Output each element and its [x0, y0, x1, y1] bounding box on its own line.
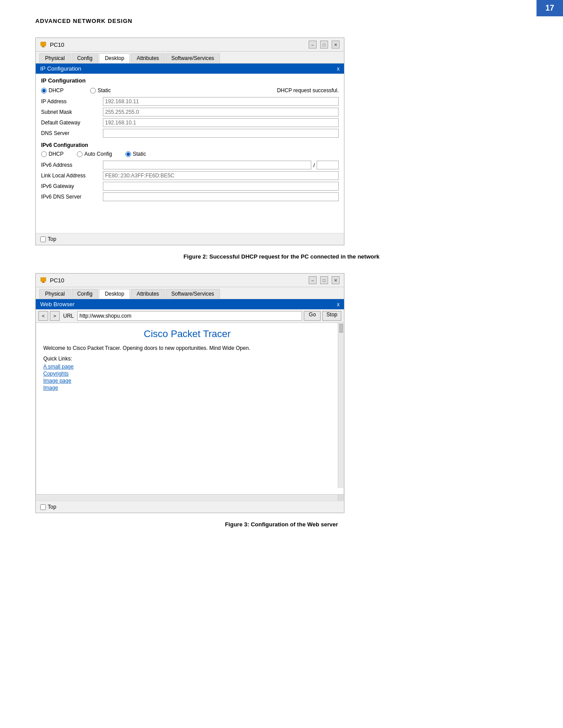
stop-button[interactable]: Stop — [322, 311, 341, 321]
ipv6-gateway-row: IPv6 Gateway — [41, 182, 339, 191]
window-title-left-1: PC10 — [40, 41, 64, 48]
static-label: Static — [98, 87, 111, 94]
ipv6-radio-row: DHCP Auto Config Static — [41, 151, 339, 157]
minimize-button-1[interactable]: – — [309, 41, 317, 49]
window-title-text-2: PC10 — [50, 277, 64, 284]
window-body-2: Web Browser x < > URL Go Stop Cisco Pack… — [36, 299, 344, 513]
url-input[interactable] — [77, 311, 302, 321]
close-button-1[interactable]: ✕ — [332, 41, 340, 49]
link-local-label: Link Local Address — [41, 173, 103, 179]
ipv6-static-item[interactable]: Static — [125, 151, 146, 157]
svg-rect-0 — [41, 42, 46, 46]
page-number: 17 — [537, 0, 563, 16]
top-checkbox-row-1: Top — [36, 233, 344, 245]
ipv6-static-radio[interactable] — [125, 151, 131, 157]
tab-desktop-1[interactable]: Desktop — [99, 53, 130, 63]
svg-rect-4 — [42, 281, 44, 282]
subnet-mask-label: Subnet Mask — [41, 109, 103, 115]
section-close-2[interactable]: x — [337, 301, 340, 308]
browser-toolbar: < > URL Go Stop — [36, 309, 344, 323]
ipv6-autoconfig-label: Auto Config — [84, 151, 112, 157]
ipv6-autoconfig-radio[interactable] — [77, 151, 83, 157]
forward-button[interactable]: > — [50, 311, 60, 321]
ipv6-address-input[interactable] — [103, 161, 311, 169]
ipv6-dhcp-radio[interactable] — [41, 151, 47, 157]
subnet-mask-input[interactable] — [103, 108, 339, 116]
svg-rect-5 — [42, 282, 45, 283]
ipv6-dns-label: IPv6 DNS Server — [41, 194, 103, 200]
dhcp-status: DHCP request successful. — [277, 87, 339, 94]
tab-physical-2[interactable]: Physical — [39, 289, 71, 299]
static-radio[interactable] — [90, 88, 96, 94]
link-local-row: Link Local Address — [41, 171, 339, 180]
ip-config-title: IP Configuration — [41, 77, 339, 84]
svg-rect-1 — [42, 46, 44, 47]
dns-server-input[interactable] — [103, 129, 339, 138]
dhcp-radio-item[interactable]: DHCP — [41, 87, 64, 94]
minimize-button-2[interactable]: – — [309, 276, 317, 284]
top-label-2: Top — [48, 504, 56, 510]
tab-software-1[interactable]: Software/Services — [166, 53, 220, 63]
default-gateway-label: Default Gateway — [41, 120, 103, 126]
browser-content-wrapper: Cisco Packet Tracer Welcome to Cisco Pac… — [36, 323, 344, 494]
window-titlebar-2: PC10 – □ ✕ — [36, 274, 344, 287]
vertical-scrollbar[interactable] — [338, 323, 344, 488]
default-gateway-input[interactable] — [103, 118, 339, 127]
ipv6-address-label: IPv6 Address — [41, 162, 103, 168]
browser-empty-space — [43, 392, 331, 489]
tab-config-2[interactable]: Config — [72, 289, 98, 299]
quick-link-1[interactable]: Copyrights — [43, 371, 331, 377]
top-checkbox-row-2: Top — [36, 501, 344, 513]
window-controls-1: – □ ✕ — [309, 41, 340, 49]
ipv6-dhcp-item[interactable]: DHCP — [41, 151, 64, 157]
tab-attributes-2[interactable]: Attributes — [131, 289, 165, 299]
browser-welcome-text: Welcome to Cisco Packet Tracer. Opening … — [43, 345, 331, 351]
static-radio-item[interactable]: Static — [90, 87, 111, 94]
tab-config-1[interactable]: Config — [72, 53, 98, 63]
svg-rect-3 — [41, 278, 46, 281]
pc-icon-2 — [40, 277, 47, 284]
window-controls-2: – □ ✕ — [309, 276, 340, 284]
ipv4-radio-row: DHCP Static DHCP request successful. — [41, 87, 339, 94]
close-button-2[interactable]: ✕ — [332, 276, 340, 284]
horizontal-scrollbar[interactable] — [36, 495, 338, 501]
back-button[interactable]: < — [38, 311, 48, 321]
url-label: URL — [63, 313, 74, 319]
ip-address-input[interactable] — [103, 97, 339, 106]
top-checkbox-2[interactable] — [40, 504, 46, 510]
tab-attributes-1[interactable]: Attributes — [131, 53, 165, 63]
ipv6-prefix-input[interactable] — [317, 161, 339, 169]
ipv6-dns-row: IPv6 DNS Server — [41, 192, 339, 201]
web-browser-window: PC10 – □ ✕ Physical Config Desktop Attri… — [35, 273, 344, 513]
quick-link-3[interactable]: Image — [43, 385, 331, 391]
tab-physical-1[interactable]: Physical — [39, 53, 71, 63]
ipv6-gateway-input[interactable] — [103, 182, 339, 191]
quick-link-0[interactable]: A small page — [43, 364, 331, 370]
window-title-left-2: PC10 — [40, 277, 64, 284]
go-button[interactable]: Go — [304, 311, 321, 321]
dns-server-row: DNS Server — [41, 129, 339, 138]
browser-content: Cisco Packet Tracer Welcome to Cisco Pac… — [36, 323, 344, 494]
quick-link-2[interactable]: Image page — [43, 378, 331, 384]
browser-page-title: Cisco Packet Tracer — [43, 328, 331, 340]
link-local-input[interactable] — [103, 171, 339, 180]
figure2-caption: Figure 2: Successful DHCP request for th… — [35, 253, 528, 260]
ipv6-gateway-label: IPv6 Gateway — [41, 183, 103, 189]
ipv6-static-label: Static — [133, 151, 146, 157]
maximize-button-1[interactable]: □ — [320, 41, 328, 49]
section-close-1[interactable]: x — [337, 66, 340, 72]
section-header-title-1: IP Configuration — [40, 65, 81, 72]
maximize-button-2[interactable]: □ — [320, 276, 328, 284]
dhcp-label: DHCP — [49, 87, 64, 94]
top-checkbox-1[interactable] — [40, 236, 46, 242]
ip-address-row: IP Address — [41, 97, 339, 106]
ipv6-autoconfig-item[interactable]: Auto Config — [77, 151, 112, 157]
ip-config-content: IP Configuration DHCP Static DHCP reques… — [36, 74, 344, 233]
dns-server-label: DNS Server — [41, 130, 103, 136]
dhcp-radio[interactable] — [41, 88, 47, 94]
browser-bottom-bar — [36, 494, 344, 501]
ipv6-dns-input[interactable] — [103, 192, 339, 201]
tab-desktop-2[interactable]: Desktop — [99, 289, 130, 299]
section-header-1: IP Configuration x — [36, 64, 344, 74]
tab-software-2[interactable]: Software/Services — [166, 289, 220, 299]
